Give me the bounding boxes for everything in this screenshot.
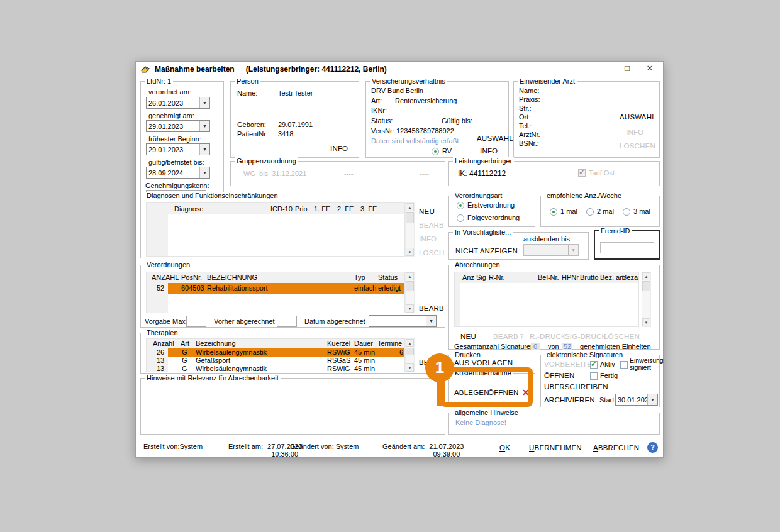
therapien-list[interactable]: Anzahl Art Bezeichnung Kuerzel Dauer Ter… — [146, 338, 405, 372]
abrechnungen-loeschen-button[interactable]: LÖSCHEN — [604, 333, 640, 340]
scroll-down-icon[interactable]: ▼ — [406, 304, 414, 313]
therapien-scrollbar[interactable]: ▲ ▼ — [405, 338, 415, 372]
cell-bezeichnung: Rehabilitationssport — [207, 283, 268, 294]
scroll-thumb[interactable] — [406, 281, 414, 291]
gruppe-dash-2: ---- — [420, 170, 429, 177]
fremdid-group: Fremd-ID — [594, 230, 660, 260]
verordnungen-scrollbar[interactable]: ▲ ▼ — [405, 272, 415, 313]
vorbereiten-button[interactable]: VORBEREITEN — [544, 360, 598, 368]
scroll-thumb[interactable] — [406, 212, 414, 223]
verordnungen-bearb-button[interactable]: BEARB — [419, 304, 444, 312]
minimize-icon[interactable]: – — [593, 62, 611, 77]
scroll-thumb[interactable] — [642, 281, 650, 291]
chevron-down-icon[interactable]: ▼ — [199, 97, 209, 108]
signaturen-oeffnen-button[interactable]: ÖFFNEN — [544, 372, 574, 379]
abbrechen-button[interactable]: ABBRECHEN — [593, 444, 639, 452]
chevron-down-icon[interactable]: ▼ — [199, 144, 209, 155]
scroll-down-icon[interactable]: ▼ — [406, 248, 414, 256]
chevron-down-icon[interactable]: ▼ — [568, 245, 578, 255]
verordnungen-list[interactable]: ANZAHL PosNr. BEZEICHNUNG Typ Status 52 … — [146, 272, 405, 313]
scroll-up-icon[interactable]: ▲ — [406, 272, 414, 280]
desktop-background: Maßnahme bearbeiten (Leistungserbringer:… — [0, 0, 780, 532]
erstverordnung-radio[interactable] — [457, 202, 464, 209]
arzt-bsnr-label: BSNr.: — [519, 140, 539, 147]
diagnosen-scrollbar[interactable]: ▲ ▼ — [405, 202, 415, 257]
title-bar[interactable]: Maßnahme bearbeiten (Leistungserbringer:… — [136, 62, 663, 77]
fruehester-beginn-combo[interactable]: 29.01.2023 ▼ — [146, 143, 210, 155]
chevron-down-icon[interactable]: ▼ — [199, 121, 209, 131]
vorgabe-max-input[interactable] — [186, 316, 206, 327]
scroll-up-icon[interactable]: ▲ — [406, 203, 414, 211]
abrechnungen-list[interactable]: Anz Sig R-Nr. Bel-Nr. HPNr Brutto Bez. a… — [454, 272, 639, 327]
gueltig-befristet-combo[interactable]: 28.09.2024 ▼ — [146, 167, 210, 179]
diagnosen-info-button[interactable]: INFO — [419, 235, 437, 243]
close-icon[interactable]: ✕ — [640, 62, 659, 77]
diagnosen-bearb-button[interactable]: BEARB — [419, 221, 444, 229]
col-prio: Prio — [295, 203, 308, 214]
diagnosen-list[interactable]: Diagnose ICD-10 Prio 1. FE 2. FE 3. FE — [146, 202, 405, 257]
aktiv-checkbox[interactable] — [590, 361, 598, 369]
vorher-abgerechnet-input[interactable] — [277, 316, 297, 327]
fremdid-input[interactable] — [600, 242, 654, 253]
abrechnungen-sigdruck-button[interactable]: SIG-DRUCK — [565, 333, 606, 340]
cell-kuerzel: RSWiG — [327, 365, 350, 372]
verordnung-row[interactable]: 52 604503 Rehabilitationssport einfach e… — [168, 283, 404, 294]
help-icon[interactable]: ? — [647, 442, 658, 453]
3mal-radio[interactable] — [623, 208, 630, 216]
nicht-anzeigen-button[interactable]: NICHT ANZEIGEN — [455, 247, 518, 255]
abrechnungen-scrollbar[interactable]: ▲ ▼ — [642, 272, 651, 327]
arzt-info-button[interactable]: INFO — [626, 128, 644, 136]
cell-art: G — [182, 357, 187, 365]
versicherung-auswahl-button[interactable]: AUSWAHL — [477, 135, 513, 142]
tarif-ost-checkbox[interactable] — [578, 169, 586, 177]
scroll-down-icon[interactable]: ▼ — [642, 318, 650, 326]
archivieren-button[interactable]: ARCHIVIEREN — [544, 396, 595, 404]
erstellt-von-value: System — [179, 443, 203, 450]
genehmigt-am-combo[interactable]: 29.01.2023 ▼ — [146, 120, 210, 132]
scroll-up-icon[interactable]: ▲ — [406, 339, 414, 347]
versicherung-info-button[interactable]: INFO — [480, 147, 498, 155]
abrechnungen-bearb-button[interactable]: BEARB — [493, 333, 518, 340]
abrechnungen-frage-button[interactable]: ? — [520, 333, 524, 340]
arzt-loeschen-button[interactable]: LÖSCHEN — [620, 142, 655, 150]
scroll-up-icon[interactable]: ▲ — [642, 272, 650, 280]
start-combo[interactable]: 30.01.2023 ▼ — [615, 394, 658, 406]
footer-divider — [136, 438, 663, 438]
therapie-row[interactable]: 13 G Wirbelsäulengymnastik RSWiG 45 min — [168, 365, 404, 372]
arzt-auswahl-button[interactable]: AUSWAHL — [620, 113, 656, 121]
therapie-row[interactable]: 26 G Wirbelsäulengymnastik RSWiG 45 min … — [168, 348, 404, 357]
verordnet-am-combo[interactable]: 26.01.2023 ▼ — [146, 97, 210, 109]
abrechnungen-rdruck-button[interactable]: R.-DRUCK — [530, 333, 566, 340]
abrechnungen-legend: Abrechnungen — [453, 261, 502, 269]
chevron-down-icon[interactable]: ▼ — [647, 394, 657, 405]
1mal-radio[interactable] — [550, 208, 557, 216]
therapie-row[interactable]: 13 G Gefäßsport RSGäS 45 min — [168, 357, 404, 365]
ausblenden-combo[interactable]: ▼ — [523, 244, 579, 256]
col-posnr: PosNr. — [181, 272, 202, 283]
rv-radio[interactable] — [432, 148, 439, 155]
ueberschreiben-button[interactable]: ÜBERSCHREIBEN — [544, 383, 608, 391]
diagnosen-loesch-button[interactable]: LÖSCH — [419, 249, 445, 257]
uebernehmen-button[interactable]: ÜBERNEHMEN — [529, 444, 582, 452]
genehmigt-am-label: genehmigt am: — [148, 112, 194, 119]
chevron-down-icon[interactable]: ▼ — [426, 316, 436, 326]
cell-anzahl: 13 — [157, 357, 164, 365]
abrechnungen-neu-button[interactable]: NEU — [460, 333, 476, 340]
person-info-button[interactable]: INFO — [330, 145, 348, 152]
aus-vorlagen-button[interactable]: AUS VORLAGEN — [454, 359, 513, 367]
ok-button[interactable]: OK — [499, 444, 510, 452]
patientnr-value: 3418 — [278, 130, 293, 138]
2mal-radio[interactable] — [586, 208, 594, 216]
diagnosen-neu-button[interactable]: NEU — [419, 208, 435, 215]
einweisung-signiert-checkbox[interactable] — [620, 361, 628, 369]
folgeverordnung-radio[interactable] — [457, 214, 464, 222]
scroll-thumb[interactable] — [406, 348, 414, 355]
col-bezeichnung: Bezeichnung — [196, 339, 236, 348]
scroll-down-icon[interactable]: ▼ — [406, 363, 414, 372]
chevron-down-icon[interactable]: ▼ — [199, 167, 209, 178]
cell-anzahl: 52 — [157, 283, 164, 294]
fertig-checkbox[interactable] — [590, 372, 598, 380]
maximize-icon[interactable]: ☐ — [618, 62, 637, 77]
col-sig: Sig — [476, 272, 486, 283]
datum-abgerechnet-combo[interactable]: ▼ — [369, 315, 437, 327]
